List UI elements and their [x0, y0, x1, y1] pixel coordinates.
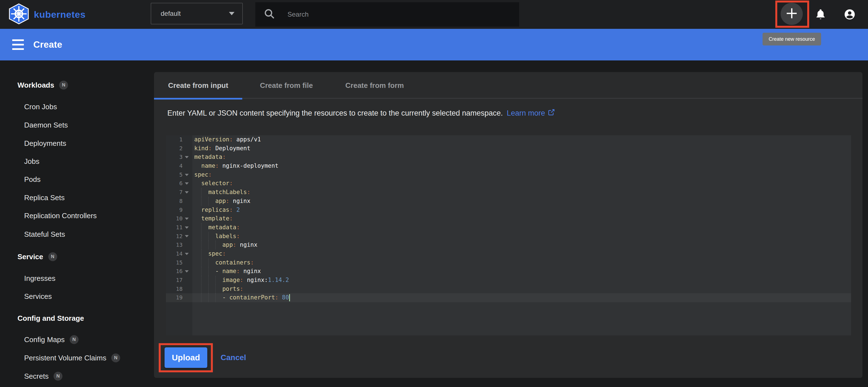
sidebar-item-config-maps[interactable]: Config MapsN [24, 334, 79, 345]
tab-create-from-file[interactable]: Create from file [242, 72, 331, 99]
namespace-value: default [161, 10, 229, 17]
tab-label: Create from input [168, 81, 228, 90]
code-line: 8app: nginx [166, 197, 851, 206]
upload-button[interactable]: Upload [164, 347, 207, 368]
tab-label: Create from file [260, 81, 313, 90]
code-line: 16- name: nginx [166, 267, 851, 276]
line-number: 17 [166, 276, 183, 285]
fold-caret-icon[interactable] [185, 156, 189, 158]
learn-more-label: Learn more [507, 109, 545, 117]
line-number: 14 [166, 249, 183, 258]
tab-create-from-form[interactable]: Create from form [331, 72, 419, 99]
line-number: 16 [166, 267, 183, 276]
sidebar-nav: WorkloadsNCron JobsDaemon SetsDeployment… [0, 0, 154, 387]
plus-icon [785, 7, 798, 21]
code-line: 18ports: [166, 285, 851, 293]
sidebar-header-workloads[interactable]: WorkloadsN [18, 79, 68, 91]
sidebar-item-label: Daemon Sets [24, 119, 68, 131]
line-number: 7 [166, 188, 183, 197]
sidebar-item-persistent-volume-claims[interactable]: Persistent Volume ClaimsN [24, 352, 120, 363]
sidebar-item-label: Cron Jobs [24, 101, 57, 112]
tab-create-from-input[interactable]: Create from input [154, 72, 242, 99]
code-line: 1apiVersion: apps/v1 [166, 135, 851, 144]
namespace-selector[interactable]: default [151, 3, 243, 24]
description: Enter YAML or JSON content specifying th… [167, 109, 555, 118]
namespaced-badge: N [59, 81, 68, 90]
account-icon [844, 16, 856, 21]
line-number: 3 [166, 153, 183, 162]
text-cursor [289, 294, 290, 301]
search-bar[interactable] [255, 2, 519, 27]
code-line: 2kind: Deployment [166, 144, 851, 153]
sidebar-header-config-and-storage[interactable]: Config and Storage [18, 313, 84, 324]
sidebar-item-label: Stateful Sets [24, 229, 65, 240]
sidebar-item-cron-jobs[interactable]: Cron Jobs [24, 101, 57, 112]
sidebar-item-daemon-sets[interactable]: Daemon Sets [24, 119, 68, 131]
sidebar-header-service[interactable]: ServiceN [18, 251, 57, 262]
sidebar-item-services[interactable]: Services [24, 291, 52, 302]
line-number: 2 [166, 144, 183, 153]
search-input[interactable] [287, 10, 482, 18]
create-new-resource-button[interactable] [781, 3, 803, 25]
notifications-button[interactable] [814, 8, 827, 22]
tooltip: Create new resource [763, 33, 821, 45]
fold-caret-icon[interactable] [185, 191, 189, 194]
fold-caret-icon[interactable] [185, 218, 189, 220]
line-number: 4 [166, 162, 183, 171]
description-text: Enter YAML or JSON content specifying th… [167, 109, 503, 117]
code-line: 10template: [166, 214, 851, 223]
namespaced-badge: N [54, 372, 62, 381]
fold-caret-icon[interactable] [185, 253, 189, 255]
code-line: 13app: nginx [166, 241, 851, 249]
sidebar-item-secrets[interactable]: SecretsN [24, 371, 62, 382]
code-line: 4name: nginx-deployment [166, 162, 851, 171]
learn-more-link[interactable]: Learn more [507, 109, 555, 118]
sidebar-item-label: Config Maps [24, 334, 65, 345]
line-number: 1 [166, 135, 183, 144]
fold-caret-icon[interactable] [185, 226, 189, 229]
cancel-button[interactable]: Cancel [221, 347, 246, 368]
namespaced-badge: N [111, 353, 120, 362]
line-number: 9 [166, 206, 183, 215]
fold-caret-icon[interactable] [185, 270, 189, 273]
code-line: 19- containerPort: 80 [166, 293, 851, 302]
namespaced-badge: N [48, 252, 57, 261]
account-button[interactable] [844, 8, 856, 22]
bell-icon [814, 16, 827, 21]
sidebar-header-label: Service [18, 251, 43, 262]
tab-label: Create from form [345, 81, 404, 90]
code-line: 12labels: [166, 232, 851, 241]
line-number: 8 [166, 197, 183, 206]
sidebar-header-label: Config and Storage [18, 313, 84, 324]
sidebar-header-label: Workloads [18, 79, 54, 91]
fold-caret-icon[interactable] [185, 235, 189, 237]
sidebar-item-label: Replica Sets [24, 192, 65, 203]
sidebar-item-label: Ingresses [24, 273, 56, 284]
code-line: 15containers: [166, 258, 851, 267]
sidebar-item-deployments[interactable]: Deployments [24, 138, 66, 149]
line-number: 12 [166, 232, 183, 241]
sidebar-item-label: Pods [24, 174, 40, 185]
code-line: 5spec: [166, 171, 851, 179]
namespaced-badge: N [70, 335, 79, 344]
sidebar-item-replica-sets[interactable]: Replica Sets [24, 192, 65, 203]
external-link-icon [548, 109, 555, 118]
sidebar-item-ingresses[interactable]: Ingresses [24, 273, 56, 284]
line-number: 15 [166, 258, 183, 267]
tooltip-text: Create new resource [769, 36, 815, 42]
sidebar-item-replication-controllers[interactable]: Replication Controllers [24, 210, 97, 221]
code-line: 17image: nginx:1.14.2 [166, 276, 851, 285]
line-number: 5 [166, 171, 183, 179]
tab-bar: Create from inputCreate from fileCreate … [154, 72, 863, 99]
sidebar-item-jobs[interactable]: Jobs [24, 156, 39, 167]
line-number: 18 [166, 285, 183, 293]
code-line: 6selector: [166, 179, 851, 188]
line-number: 10 [166, 214, 183, 223]
create-card: Create from inputCreate from fileCreate … [154, 72, 863, 378]
fold-caret-icon[interactable] [185, 182, 189, 185]
yaml-editor[interactable]: 1apiVersion: apps/v12kind: Deployment3me… [166, 135, 851, 336]
sidebar-item-pods[interactable]: Pods [24, 174, 40, 185]
sidebar-item-label: Secrets [24, 371, 49, 382]
fold-caret-icon[interactable] [185, 174, 189, 176]
sidebar-item-stateful-sets[interactable]: Stateful Sets [24, 229, 65, 240]
